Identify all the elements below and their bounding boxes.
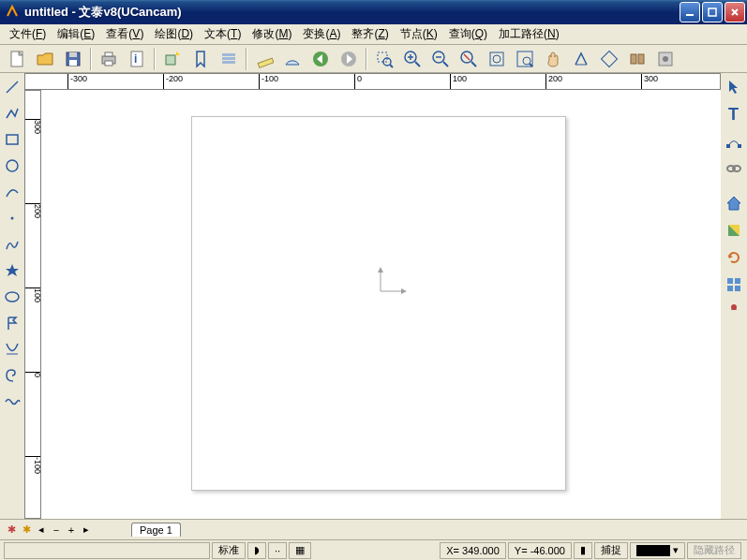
status-toggle-1[interactable]: ◗ <box>247 542 266 559</box>
rectangle-tool-icon[interactable] <box>2 127 22 152</box>
point-tool-icon[interactable] <box>2 206 22 230</box>
svg-point-44 <box>11 217 14 220</box>
zoom-all-icon[interactable] <box>512 47 538 71</box>
text-tool-icon[interactable]: T <box>723 102 745 126</box>
svg-rect-4 <box>69 52 77 57</box>
minimize-button[interactable] <box>680 2 700 22</box>
svg-point-45 <box>6 292 19 302</box>
zoom-in-icon[interactable] <box>399 47 426 71</box>
select-arrow-icon[interactable] <box>723 75 745 99</box>
forward-icon[interactable] <box>336 47 362 71</box>
status-toggle-2[interactable]: ·· <box>268 542 287 559</box>
polyline-tool-icon[interactable] <box>2 101 22 125</box>
node-edit-icon[interactable] <box>723 129 745 154</box>
line-tool-icon[interactable] <box>2 75 22 99</box>
svg-rect-50 <box>738 144 741 148</box>
nav-minus-icon[interactable]: − <box>50 523 63 537</box>
menu-file[interactable]: 文件(F) <box>4 24 52 44</box>
grid-icon[interactable] <box>723 273 745 297</box>
menu-view[interactable]: 查看(V) <box>100 24 149 44</box>
link-icon[interactable] <box>723 156 745 181</box>
wave-tool-icon[interactable] <box>2 390 22 414</box>
ruler-tick: 200 <box>25 203 41 218</box>
print-icon[interactable] <box>96 47 122 71</box>
nav-last-icon[interactable]: ▸ <box>80 523 93 537</box>
layer-red-icon[interactable]: ✱ <box>5 523 18 537</box>
simulate-icon[interactable] <box>652 47 679 71</box>
protractor-icon[interactable] <box>279 47 306 71</box>
freehand-tool-icon[interactable] <box>2 232 22 257</box>
home-icon[interactable] <box>723 191 745 215</box>
app-icon <box>6 5 21 20</box>
ruler-tick: 100 <box>450 74 467 90</box>
close-button[interactable] <box>725 2 745 22</box>
drawing-canvas[interactable] <box>41 90 721 519</box>
maximize-button[interactable] <box>702 2 723 22</box>
status-x: X= 349.000 <box>440 542 506 559</box>
menu-node[interactable]: 节点(K) <box>395 24 443 44</box>
arc-tool-icon[interactable] <box>2 180 22 204</box>
back-icon[interactable] <box>307 47 334 71</box>
status-hidden-path[interactable]: 隐藏路径 <box>687 542 741 559</box>
menu-query[interactable]: 查询(Q) <box>443 24 493 44</box>
zoom-window-icon[interactable] <box>371 47 397 71</box>
tool-settings-icon[interactable] <box>723 300 745 324</box>
menu-text[interactable]: 文本(T) <box>199 24 247 44</box>
menu-edit[interactable]: 编辑(E) <box>52 24 100 44</box>
ruler-vertical[interactable]: 300 200 100 0 -100 <box>24 90 41 519</box>
ruler-tick: -200 <box>163 74 183 90</box>
ruler-tick: -300 <box>67 74 87 90</box>
color-swatch-select[interactable]: ▾ <box>630 542 685 559</box>
status-toggle-4[interactable]: ▮ <box>574 542 592 559</box>
ruler-tick: -100 <box>259 74 278 90</box>
pan-hand-icon[interactable] <box>540 47 566 71</box>
page-tab[interactable]: Page 1 <box>131 523 181 537</box>
svg-rect-15 <box>258 58 274 67</box>
ruler-icon[interactable] <box>251 47 277 71</box>
status-mode[interactable]: 标准 <box>212 542 246 559</box>
ruler-horizontal[interactable]: -300 -200 -100 0 100 200 300 <box>24 73 721 90</box>
ruler-tick: 200 <box>545 74 562 90</box>
svg-rect-0 <box>686 14 694 16</box>
layer-yellow-icon[interactable]: ✱ <box>20 523 33 537</box>
zoom-out-icon[interactable] <box>427 47 454 71</box>
list-icon[interactable] <box>216 47 242 71</box>
new-file-icon[interactable] <box>4 47 30 71</box>
star-tool-icon[interactable] <box>2 258 22 283</box>
import-icon[interactable] <box>159 47 186 71</box>
path-options-icon[interactable] <box>624 47 650 71</box>
status-snap[interactable]: 捕捉 <box>594 542 628 559</box>
nav-plus-icon[interactable]: + <box>65 523 78 537</box>
spline-tool-icon[interactable] <box>2 337 22 361</box>
right-toolbox: T <box>721 73 747 519</box>
fill-tool-icon[interactable] <box>723 218 745 243</box>
menu-transform[interactable]: 变换(A) <box>297 24 346 44</box>
menu-modify[interactable]: 修改(M) <box>247 24 297 44</box>
properties-icon[interactable]: i <box>124 47 150 71</box>
svg-rect-5 <box>69 60 77 66</box>
svg-rect-53 <box>727 278 733 284</box>
ellipse-tool-icon[interactable] <box>2 285 22 309</box>
menu-toolpath[interactable]: 加工路径(N) <box>493 24 565 44</box>
svg-line-41 <box>7 81 18 93</box>
measure-icon[interactable] <box>568 47 594 71</box>
circle-tool-icon[interactable] <box>2 154 22 178</box>
refresh-icon[interactable] <box>723 245 745 270</box>
svg-line-22 <box>415 62 420 66</box>
flag-tool-icon[interactable] <box>2 311 22 335</box>
zoom-previous-icon[interactable] <box>456 47 482 71</box>
menu-draw[interactable]: 绘图(D) <box>149 24 199 44</box>
snap-toggle-icon[interactable] <box>596 47 622 71</box>
status-toggle-3[interactable]: ▦ <box>289 542 311 559</box>
open-file-icon[interactable] <box>32 47 58 71</box>
menu-align[interactable]: 整齐(Z) <box>346 24 394 44</box>
svg-line-20 <box>390 65 393 67</box>
zoom-fit-icon[interactable] <box>484 47 510 71</box>
spiral-tool-icon[interactable] <box>2 363 22 388</box>
page-tab-bar: ✱ ✱ ◂ − + ▸ Page 1 <box>0 519 747 539</box>
save-file-icon[interactable] <box>60 47 86 71</box>
svg-rect-54 <box>735 278 740 284</box>
nav-first-icon[interactable]: ◂ <box>35 523 48 537</box>
ruler-tick: 300 <box>641 74 658 90</box>
bookmark-icon[interactable] <box>187 47 214 71</box>
